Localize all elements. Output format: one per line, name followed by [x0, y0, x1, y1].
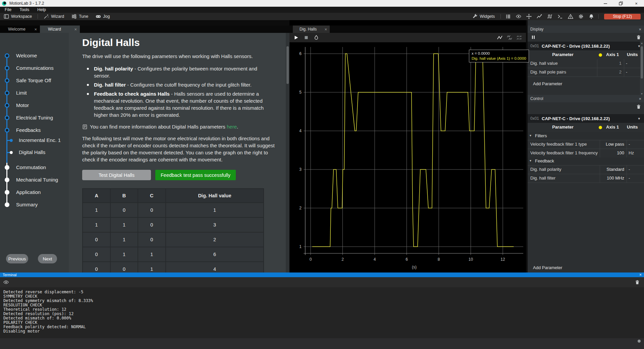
display-device-row[interactable]: 0x01 CAP-NET-C - Drive (192.168.2.22) ▾	[528, 42, 644, 50]
curve-single-icon[interactable]	[497, 35, 502, 40]
sidebar-item-digital-halls[interactable]: Digital Halls	[19, 149, 45, 156]
sidebar-item-limit[interactable]: Limit	[16, 90, 27, 96]
scope-tab-bar: Dig. Halls ×	[289, 26, 526, 33]
jog-button[interactable]: Jog	[96, 14, 110, 19]
scroll-indicator[interactable]	[638, 340, 641, 343]
sidebar-item-application[interactable]: Application	[16, 189, 41, 196]
stop-button[interactable]: Stop (F12)	[604, 14, 641, 19]
tab-dig-halls[interactable]: Dig. Halls ×	[293, 26, 330, 33]
close-icon[interactable]: ×	[639, 27, 641, 32]
widgets-button[interactable]: Widgets	[472, 14, 495, 19]
menu-item-file[interactable]: File	[5, 7, 11, 12]
sidebar-item-incremental-enc-1[interactable]: Incremental Enc. 1	[19, 137, 61, 144]
scrollbar-thumb[interactable]	[286, 46, 289, 84]
parameter-value[interactable]: Low pass	[599, 142, 624, 147]
add-parameter-button[interactable]: Add Parameter	[533, 81, 562, 86]
wizard-sidebar: Previous Next WelcomeCommunicationsSafe …	[0, 33, 69, 272]
scroll-down-icon[interactable]: ▼	[640, 93, 644, 95]
close-icon[interactable]: ×	[324, 27, 327, 32]
scrollbar-thumb[interactable]	[641, 46, 643, 79]
clear-icon[interactable]	[314, 35, 319, 40]
tune-button[interactable]: Tune	[71, 14, 88, 19]
parameter-value[interactable]: 2	[597, 69, 622, 74]
restore-button[interactable]	[613, 0, 629, 7]
group-feedback[interactable]: ▾Feedback	[528, 157, 644, 165]
sidebar-item-welcome[interactable]: Welcome	[16, 52, 37, 59]
sidebar-item-safe-torque-off[interactable]: Safe Torque Off	[16, 77, 51, 84]
trash-icon[interactable]	[635, 280, 640, 285]
chart-line-button[interactable]	[534, 14, 544, 19]
sidebar-item-motor[interactable]: Motor	[16, 102, 29, 109]
table-cell: 1	[138, 247, 166, 262]
control-parameter-row[interactable]: Velocity feedback filter 1 frequency100H…	[528, 149, 644, 158]
chevron-down-icon[interactable]: ▾	[530, 134, 531, 137]
group-filters[interactable]: ▾Filters	[528, 132, 644, 140]
sidebar-item-summary[interactable]: Summary	[16, 201, 38, 208]
terminal-line: Disabling motor	[3, 329, 644, 334]
step-dot	[10, 151, 13, 154]
wizard-label: Wizard	[51, 14, 64, 19]
menu-item-tools[interactable]: Tools	[19, 7, 29, 12]
terminal-line: Detected resolution (pos): 12	[3, 312, 644, 316]
sidebar-item-communications[interactable]: Communications	[16, 65, 54, 71]
stop-icon[interactable]	[304, 35, 309, 40]
tab-wizard[interactable]: Wizard×	[40, 26, 80, 33]
terminal-console[interactable]: Detected reverse displacement: -5SYMMETR…	[0, 287, 644, 338]
minimize-button[interactable]	[598, 0, 613, 7]
chevron-down-icon[interactable]: ▾	[530, 159, 531, 162]
chevron-down-icon[interactable]: ▾	[638, 116, 640, 121]
gear-button[interactable]	[576, 14, 586, 19]
pause-icon[interactable]	[531, 35, 536, 40]
parameter-bullet: Dig. hall polarity - Configures the pola…	[86, 65, 273, 79]
move-button[interactable]	[524, 14, 534, 19]
parameter-value[interactable]: 100 MHz	[599, 176, 624, 181]
close-icon[interactable]: ×	[639, 96, 641, 101]
add-parameter-button[interactable]: Add Parameter	[533, 265, 562, 270]
parameter-value[interactable]: 1	[597, 61, 622, 66]
display-parameter-row[interactable]: Dig. hall value1-	[528, 59, 644, 68]
terminal-button[interactable]	[555, 14, 565, 19]
square-wave-button[interactable]	[544, 14, 555, 19]
menu-item-help[interactable]: Help	[37, 7, 46, 12]
sidebar-item-mechanical-tuning[interactable]: Mechanical Tuning	[16, 177, 58, 183]
scope-chart[interactable]: 024681012123456(s)	[289, 42, 526, 272]
close-icon[interactable]: ×	[74, 27, 77, 32]
eye-button[interactable]	[513, 14, 524, 19]
test-digital-halls-button[interactable]: Test Digital Halls	[82, 170, 151, 180]
control-device-row[interactable]: 0x01 CAP-NET-C - Drive (192.168.2.22) ▾	[528, 114, 644, 123]
sidebar-item-electrical-tuning[interactable]: Electrical Tuning	[16, 114, 53, 121]
display-parameter-row[interactable]: Dig. hall pole pairs2-	[528, 68, 644, 77]
trash-icon[interactable]	[636, 104, 641, 109]
close-button[interactable]: ×	[629, 0, 644, 7]
eye-icon[interactable]	[3, 280, 9, 285]
curve-double-icon[interactable]	[507, 35, 512, 40]
scroll-up-icon[interactable]: ▲	[640, 42, 644, 44]
play-icon[interactable]	[293, 35, 299, 40]
close-icon[interactable]: ×	[639, 272, 642, 277]
column-units: Units	[627, 52, 638, 57]
control-parameter-row[interactable]: Dig. hall filter100 MHz-	[528, 174, 644, 183]
document-tab-bar: Welcome×Wizard×	[0, 26, 289, 33]
panel-scrollbar[interactable]: ▲ ▼	[640, 42, 644, 95]
next-button[interactable]: Next	[38, 254, 57, 263]
wizard-button[interactable]: Wizard	[44, 14, 64, 19]
content-scrollbar[interactable]	[286, 33, 289, 272]
curve-quad-icon[interactable]	[517, 35, 522, 40]
here-link[interactable]: here	[227, 124, 237, 130]
control-parameter-row[interactable]: Dig. hall polarityStandard-	[528, 165, 644, 174]
tab-welcome[interactable]: Welcome×	[0, 26, 40, 33]
close-icon[interactable]: ×	[34, 27, 37, 32]
workspace-button[interactable]: Workspace	[4, 14, 32, 19]
control-toolbar	[528, 102, 644, 111]
sidebar-item-commutation[interactable]: Commutation	[16, 164, 46, 171]
list-button[interactable]	[503, 14, 513, 19]
trash-icon[interactable]	[636, 35, 641, 40]
previous-button[interactable]: Previous	[6, 254, 28, 263]
sidebar-item-feedbacks[interactable]: Feedbacks	[16, 127, 41, 134]
warning-button[interactable]	[565, 14, 576, 19]
bell-button[interactable]	[586, 14, 596, 19]
parameter-value[interactable]: 100	[599, 150, 624, 155]
parameter-value[interactable]: Standard	[599, 167, 624, 172]
control-parameter-row[interactable]: Velocity feedback filter 1 typeLow pass-	[528, 140, 644, 149]
tune-icon	[71, 14, 77, 19]
